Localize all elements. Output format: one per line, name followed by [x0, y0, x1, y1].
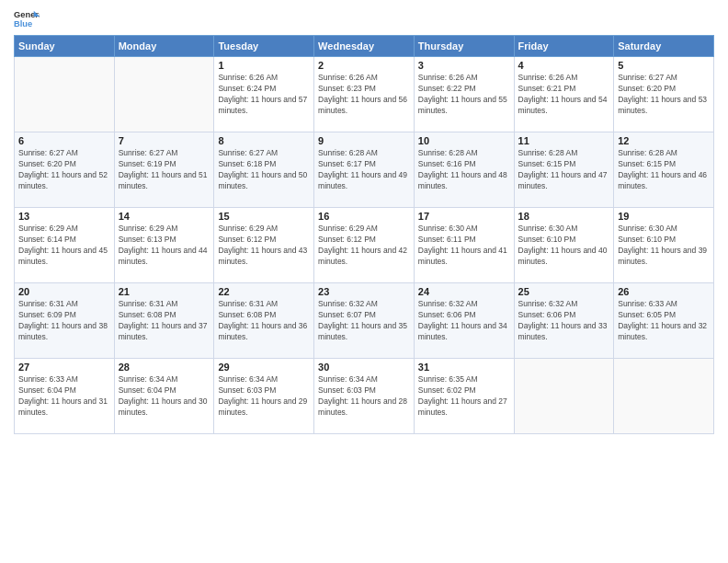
week-row-2: 6Sunrise: 6:27 AMSunset: 6:20 PMDaylight… [15, 132, 714, 208]
day-number: 29 [218, 362, 310, 373]
week-row-4: 20Sunrise: 6:31 AMSunset: 6:09 PMDayligh… [15, 283, 714, 359]
day-number: 2 [318, 60, 410, 71]
cell-info: Sunrise: 6:26 AMSunset: 6:23 PMDaylight:… [318, 73, 410, 117]
generalblue-logo-icon: General Blue [14, 9, 40, 29]
day-number: 21 [119, 286, 210, 297]
cell-info: Sunrise: 6:33 AMSunset: 6:04 PMDaylight:… [18, 374, 110, 419]
day-number: 18 [518, 211, 610, 222]
calendar-cell [15, 57, 115, 132]
day-number: 23 [318, 286, 410, 297]
calendar-cell: 27Sunrise: 6:33 AMSunset: 6:04 PMDayligh… [15, 359, 115, 434]
cell-info: Sunrise: 6:32 AMSunset: 6:06 PMDaylight:… [418, 299, 510, 343]
day-number: 1 [218, 60, 310, 71]
calendar-cell: 10Sunrise: 6:28 AMSunset: 6:16 PMDayligh… [414, 132, 514, 208]
calendar-cell: 16Sunrise: 6:29 AMSunset: 6:12 PMDayligh… [314, 208, 415, 283]
cell-info: Sunrise: 6:27 AMSunset: 6:18 PMDaylight:… [218, 148, 310, 192]
cell-info: Sunrise: 6:34 AMSunset: 6:03 PMDaylight:… [318, 374, 410, 419]
day-number: 7 [119, 135, 210, 146]
day-number: 15 [218, 211, 310, 222]
calendar-cell: 12Sunrise: 6:28 AMSunset: 6:15 PMDayligh… [614, 132, 714, 208]
calendar-cell: 15Sunrise: 6:29 AMSunset: 6:12 PMDayligh… [214, 208, 314, 283]
day-number: 20 [18, 286, 110, 297]
day-number: 11 [518, 135, 610, 146]
calendar-table: SundayMondayTuesdayWednesdayThursdayFrid… [14, 35, 714, 434]
cell-info: Sunrise: 6:27 AMSunset: 6:20 PMDaylight:… [618, 73, 710, 117]
calendar-cell: 26Sunrise: 6:33 AMSunset: 6:05 PMDayligh… [614, 283, 714, 359]
day-header-friday: Friday [514, 36, 614, 57]
calendar-cell: 19Sunrise: 6:30 AMSunset: 6:10 PMDayligh… [614, 208, 714, 283]
calendar-cell: 18Sunrise: 6:30 AMSunset: 6:10 PMDayligh… [514, 208, 614, 283]
day-number: 13 [18, 211, 110, 222]
day-header-wednesday: Wednesday [314, 36, 415, 57]
day-number: 8 [218, 135, 310, 146]
cell-info: Sunrise: 6:26 AMSunset: 6:21 PMDaylight:… [518, 73, 610, 117]
calendar-cell: 17Sunrise: 6:30 AMSunset: 6:11 PMDayligh… [414, 208, 514, 283]
calendar-cell: 8Sunrise: 6:27 AMSunset: 6:18 PMDaylight… [214, 132, 314, 208]
calendar-cell: 9Sunrise: 6:28 AMSunset: 6:17 PMDaylight… [314, 132, 415, 208]
cell-info: Sunrise: 6:29 AMSunset: 6:12 PMDaylight:… [218, 224, 310, 268]
week-row-3: 13Sunrise: 6:29 AMSunset: 6:14 PMDayligh… [15, 208, 714, 283]
cell-info: Sunrise: 6:31 AMSunset: 6:08 PMDaylight:… [119, 299, 210, 343]
day-header-thursday: Thursday [414, 36, 514, 57]
calendar-cell: 29Sunrise: 6:34 AMSunset: 6:03 PMDayligh… [214, 359, 314, 434]
logo: General Blue [14, 9, 40, 29]
page: General Blue SundayMondayTuesdayWednesda… [0, 0, 728, 563]
cell-info: Sunrise: 6:34 AMSunset: 6:04 PMDaylight:… [119, 374, 210, 419]
calendar-cell: 22Sunrise: 6:31 AMSunset: 6:08 PMDayligh… [214, 283, 314, 359]
calendar-cell: 14Sunrise: 6:29 AMSunset: 6:13 PMDayligh… [114, 208, 214, 283]
day-number: 25 [518, 286, 610, 297]
cell-info: Sunrise: 6:29 AMSunset: 6:14 PMDaylight:… [18, 224, 110, 268]
day-number: 24 [418, 286, 510, 297]
day-number: 12 [618, 135, 710, 146]
calendar-cell: 23Sunrise: 6:32 AMSunset: 6:07 PMDayligh… [314, 283, 415, 359]
cell-info: Sunrise: 6:28 AMSunset: 6:17 PMDaylight:… [318, 148, 410, 192]
cell-info: Sunrise: 6:31 AMSunset: 6:08 PMDaylight:… [218, 299, 310, 343]
cell-info: Sunrise: 6:28 AMSunset: 6:16 PMDaylight:… [418, 148, 510, 192]
cell-info: Sunrise: 6:27 AMSunset: 6:20 PMDaylight:… [18, 148, 110, 192]
day-number: 27 [18, 362, 110, 373]
cell-info: Sunrise: 6:29 AMSunset: 6:12 PMDaylight:… [318, 224, 410, 268]
week-row-1: 1Sunrise: 6:26 AMSunset: 6:24 PMDaylight… [15, 57, 714, 132]
calendar-cell: 4Sunrise: 6:26 AMSunset: 6:21 PMDaylight… [514, 57, 614, 132]
day-number: 17 [418, 211, 510, 222]
day-header-tuesday: Tuesday [214, 36, 314, 57]
cell-info: Sunrise: 6:31 AMSunset: 6:09 PMDaylight:… [18, 299, 110, 343]
day-number: 3 [418, 60, 510, 71]
calendar-cell: 24Sunrise: 6:32 AMSunset: 6:06 PMDayligh… [414, 283, 514, 359]
day-number: 5 [618, 60, 710, 71]
cell-info: Sunrise: 6:35 AMSunset: 6:02 PMDaylight:… [418, 374, 510, 419]
day-number: 31 [418, 362, 510, 373]
calendar-cell: 7Sunrise: 6:27 AMSunset: 6:19 PMDaylight… [114, 132, 214, 208]
calendar-cell: 5Sunrise: 6:27 AMSunset: 6:20 PMDaylight… [614, 57, 714, 132]
cell-info: Sunrise: 6:28 AMSunset: 6:15 PMDaylight:… [518, 148, 610, 192]
cell-info: Sunrise: 6:30 AMSunset: 6:11 PMDaylight:… [418, 224, 510, 268]
calendar-cell: 28Sunrise: 6:34 AMSunset: 6:04 PMDayligh… [114, 359, 214, 434]
day-header-saturday: Saturday [614, 36, 714, 57]
day-number: 28 [119, 362, 210, 373]
calendar-cell: 6Sunrise: 6:27 AMSunset: 6:20 PMDaylight… [15, 132, 115, 208]
calendar-cell: 13Sunrise: 6:29 AMSunset: 6:14 PMDayligh… [15, 208, 115, 283]
calendar-cell: 3Sunrise: 6:26 AMSunset: 6:22 PMDaylight… [414, 57, 514, 132]
week-row-5: 27Sunrise: 6:33 AMSunset: 6:04 PMDayligh… [15, 359, 714, 434]
svg-text:Blue: Blue [14, 19, 32, 29]
cell-info: Sunrise: 6:29 AMSunset: 6:13 PMDaylight:… [119, 224, 210, 268]
day-header-sunday: Sunday [15, 36, 115, 57]
calendar-cell: 2Sunrise: 6:26 AMSunset: 6:23 PMDaylight… [314, 57, 415, 132]
cell-info: Sunrise: 6:33 AMSunset: 6:05 PMDaylight:… [618, 299, 710, 343]
calendar-cell [514, 359, 614, 434]
calendar-cell: 25Sunrise: 6:32 AMSunset: 6:06 PMDayligh… [514, 283, 614, 359]
calendar-cell [614, 359, 714, 434]
day-number: 9 [318, 135, 410, 146]
cell-info: Sunrise: 6:27 AMSunset: 6:19 PMDaylight:… [119, 148, 210, 192]
day-number: 26 [618, 286, 710, 297]
cell-info: Sunrise: 6:28 AMSunset: 6:15 PMDaylight:… [618, 148, 710, 192]
cell-info: Sunrise: 6:26 AMSunset: 6:24 PMDaylight:… [218, 73, 310, 117]
cell-info: Sunrise: 6:26 AMSunset: 6:22 PMDaylight:… [418, 73, 510, 117]
calendar-cell: 11Sunrise: 6:28 AMSunset: 6:15 PMDayligh… [514, 132, 614, 208]
cell-info: Sunrise: 6:30 AMSunset: 6:10 PMDaylight:… [618, 224, 710, 268]
day-number: 22 [218, 286, 310, 297]
day-number: 16 [318, 211, 410, 222]
calendar-cell: 31Sunrise: 6:35 AMSunset: 6:02 PMDayligh… [414, 359, 514, 434]
day-headers-row: SundayMondayTuesdayWednesdayThursdayFrid… [15, 36, 714, 57]
day-number: 4 [518, 60, 610, 71]
